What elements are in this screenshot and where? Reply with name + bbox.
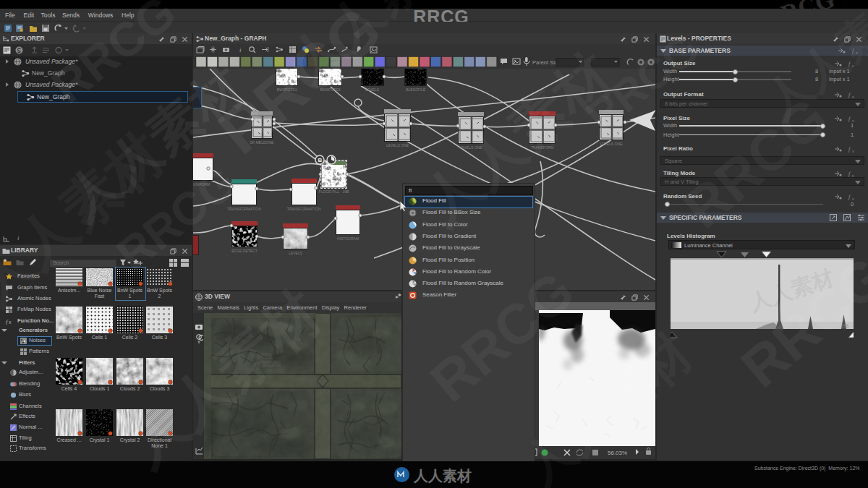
svg-text:f: f — [848, 194, 851, 200]
svg-text:f: f — [848, 146, 851, 153]
svg-text:f: f — [848, 116, 851, 122]
svg-text:x: x — [852, 197, 854, 200]
svg-text:x: x — [852, 95, 854, 98]
svg-text:255: 255 — [841, 324, 849, 328]
svg-text:f: f — [852, 48, 855, 54]
svg-text:x: x — [852, 149, 854, 153]
svg-text:i: i — [239, 46, 242, 53]
svg-text:x: x — [9, 320, 12, 325]
svg-text:x: x — [856, 51, 858, 54]
svg-text:x: x — [852, 64, 854, 67]
svg-text:f: f — [848, 92, 851, 98]
svg-text:56.03%: 56.03% — [608, 450, 627, 456]
svg-text:f: f — [848, 61, 851, 67]
svg-text:f: f — [848, 171, 851, 177]
